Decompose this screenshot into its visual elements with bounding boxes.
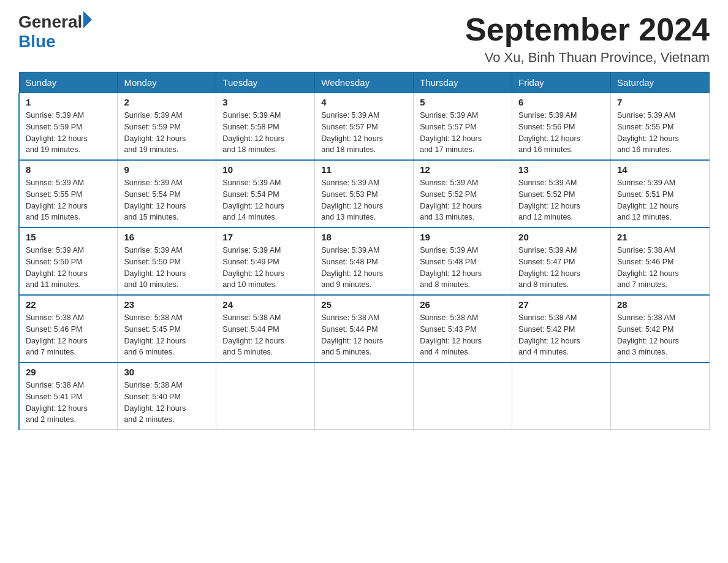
day-info: Sunrise: 5:38 AMSunset: 5:42 PMDaylight:… [617,312,703,358]
header-row: SundayMondayTuesdayWednesdayThursdayFrid… [19,72,710,93]
day-number: 21 [617,232,703,242]
day-info: Sunrise: 5:38 AMSunset: 5:46 PMDaylight:… [26,312,111,358]
day-number: 6 [518,97,604,107]
calendar-cell: 6Sunrise: 5:39 AMSunset: 5:56 PMDaylight… [512,93,611,161]
day-info: Sunrise: 5:39 AMSunset: 5:59 PMDaylight:… [26,110,111,156]
calendar-cell: 5Sunrise: 5:39 AMSunset: 5:57 PMDaylight… [414,93,512,161]
calendar-cell: 25Sunrise: 5:38 AMSunset: 5:44 PMDayligh… [315,295,414,362]
day-info: Sunrise: 5:38 AMSunset: 5:40 PMDaylight:… [124,380,210,426]
day-info: Sunrise: 5:39 AMSunset: 5:57 PMDaylight:… [321,110,407,156]
calendar-cell: 19Sunrise: 5:39 AMSunset: 5:48 PMDayligh… [414,228,512,295]
day-number: 17 [222,232,308,242]
day-number: 13 [518,164,604,175]
calendar-cell: 13Sunrise: 5:39 AMSunset: 5:52 PMDayligh… [512,160,611,228]
day-number: 14 [617,164,703,175]
day-number: 11 [321,164,407,175]
day-number: 22 [26,299,111,310]
day-number: 1 [26,97,111,107]
day-number: 4 [321,97,407,107]
calendar-cell: 2Sunrise: 5:39 AMSunset: 5:59 PMDaylight… [118,93,216,161]
day-info: Sunrise: 5:39 AMSunset: 5:54 PMDaylight:… [222,177,308,223]
day-info: Sunrise: 5:39 AMSunset: 5:52 PMDaylight:… [518,177,604,223]
calendar-cell: 4Sunrise: 5:39 AMSunset: 5:57 PMDaylight… [315,93,414,161]
calendar-cell: 28Sunrise: 5:38 AMSunset: 5:42 PMDayligh… [611,295,710,362]
day-number: 27 [518,299,604,310]
day-info: Sunrise: 5:38 AMSunset: 5:43 PMDaylight:… [420,312,506,358]
calendar-week-5: 29Sunrise: 5:38 AMSunset: 5:41 PMDayligh… [19,362,710,430]
day-info: Sunrise: 5:38 AMSunset: 5:44 PMDaylight:… [222,312,308,358]
day-number: 16 [124,232,210,242]
day-number: 24 [222,299,308,310]
day-number: 26 [420,299,506,310]
calendar-cell [512,362,611,430]
day-number: 9 [124,164,210,175]
calendar-cell: 14Sunrise: 5:39 AMSunset: 5:51 PMDayligh… [611,160,710,228]
calendar-cell: 30Sunrise: 5:38 AMSunset: 5:40 PMDayligh… [118,362,216,430]
logo-triangle-icon [83,11,92,28]
calendar-cell: 12Sunrise: 5:39 AMSunset: 5:52 PMDayligh… [414,160,512,228]
day-number: 15 [26,232,111,242]
title-block: September 2024 Vo Xu, Binh Thuan Provinc… [465,12,710,66]
page-header: General Blue September 2024 Vo Xu, Binh … [18,12,710,66]
calendar-cell: 29Sunrise: 5:38 AMSunset: 5:41 PMDayligh… [19,362,118,430]
day-info: Sunrise: 5:38 AMSunset: 5:41 PMDaylight:… [26,380,111,426]
day-number: 29 [26,367,111,377]
day-number: 7 [617,97,703,107]
calendar-cell: 15Sunrise: 5:39 AMSunset: 5:50 PMDayligh… [19,228,118,295]
calendar-week-2: 8Sunrise: 5:39 AMSunset: 5:55 PMDaylight… [19,160,710,228]
day-info: Sunrise: 5:39 AMSunset: 5:51 PMDaylight:… [617,177,703,223]
day-number: 18 [321,232,407,242]
calendar-cell: 21Sunrise: 5:38 AMSunset: 5:46 PMDayligh… [611,228,710,295]
calendar-cell: 23Sunrise: 5:38 AMSunset: 5:45 PMDayligh… [118,295,216,362]
day-number: 10 [222,164,308,175]
day-number: 8 [26,164,111,175]
day-number: 12 [420,164,506,175]
day-number: 25 [321,299,407,310]
header-day-monday: Monday [118,72,216,93]
calendar-cell: 16Sunrise: 5:39 AMSunset: 5:50 PMDayligh… [118,228,216,295]
calendar-cell: 17Sunrise: 5:39 AMSunset: 5:49 PMDayligh… [216,228,315,295]
day-info: Sunrise: 5:39 AMSunset: 5:53 PMDaylight:… [321,177,407,223]
day-info: Sunrise: 5:39 AMSunset: 5:55 PMDaylight:… [617,110,703,156]
header-day-thursday: Thursday [414,72,512,93]
calendar-week-3: 15Sunrise: 5:39 AMSunset: 5:50 PMDayligh… [19,228,710,295]
calendar-cell: 18Sunrise: 5:39 AMSunset: 5:48 PMDayligh… [315,228,414,295]
calendar-cell: 26Sunrise: 5:38 AMSunset: 5:43 PMDayligh… [414,295,512,362]
calendar-cell [216,362,315,430]
calendar-cell: 24Sunrise: 5:38 AMSunset: 5:44 PMDayligh… [216,295,315,362]
day-info: Sunrise: 5:39 AMSunset: 5:52 PMDaylight:… [420,177,506,223]
calendar-cell: 20Sunrise: 5:39 AMSunset: 5:47 PMDayligh… [512,228,611,295]
logo: General Blue [18,12,92,52]
day-number: 5 [420,97,506,107]
calendar-cell: 22Sunrise: 5:38 AMSunset: 5:46 PMDayligh… [19,295,118,362]
day-number: 23 [124,299,210,310]
calendar-title: September 2024 [465,12,710,47]
calendar-cell: 8Sunrise: 5:39 AMSunset: 5:55 PMDaylight… [19,160,118,228]
day-number: 28 [617,299,703,310]
logo-general: General [18,12,82,32]
calendar-cell [611,362,710,430]
day-info: Sunrise: 5:38 AMSunset: 5:42 PMDaylight:… [518,312,604,358]
calendar-cell: 7Sunrise: 5:39 AMSunset: 5:55 PMDaylight… [611,93,710,161]
header-day-friday: Friday [512,72,611,93]
calendar-cell: 1Sunrise: 5:39 AMSunset: 5:59 PMDaylight… [19,93,118,161]
day-number: 20 [518,232,604,242]
day-info: Sunrise: 5:39 AMSunset: 5:57 PMDaylight:… [420,110,506,156]
calendar-table: SundayMondayTuesdayWednesdayThursdayFrid… [18,72,710,430]
day-info: Sunrise: 5:38 AMSunset: 5:45 PMDaylight:… [124,312,210,358]
day-info: Sunrise: 5:39 AMSunset: 5:54 PMDaylight:… [124,177,210,223]
calendar-cell: 9Sunrise: 5:39 AMSunset: 5:54 PMDaylight… [118,160,216,228]
day-number: 30 [124,367,210,377]
header-day-saturday: Saturday [611,72,710,93]
calendar-cell: 27Sunrise: 5:38 AMSunset: 5:42 PMDayligh… [512,295,611,362]
header-day-wednesday: Wednesday [315,72,414,93]
calendar-cell [414,362,512,430]
day-info: Sunrise: 5:38 AMSunset: 5:44 PMDaylight:… [321,312,407,358]
day-number: 2 [124,97,210,107]
calendar-cell: 3Sunrise: 5:39 AMSunset: 5:58 PMDaylight… [216,93,315,161]
calendar-cell [315,362,414,430]
calendar-week-4: 22Sunrise: 5:38 AMSunset: 5:46 PMDayligh… [19,295,710,362]
calendar-cell: 11Sunrise: 5:39 AMSunset: 5:53 PMDayligh… [315,160,414,228]
day-number: 19 [420,232,506,242]
calendar-subtitle: Vo Xu, Binh Thuan Province, Vietnam [465,50,710,66]
